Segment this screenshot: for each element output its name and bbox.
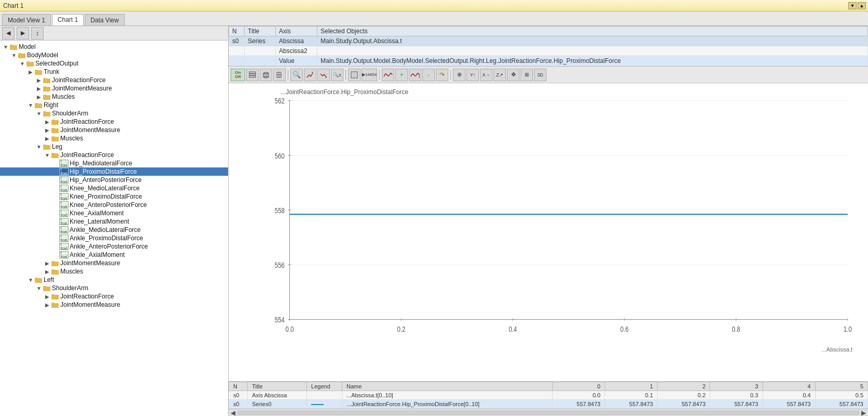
tree-node-bodymodel[interactable]: ▼ BodyModel	[0, 51, 228, 59]
expand-model[interactable]: ▼	[2, 43, 9, 50]
wave-btn[interactable]	[382, 69, 394, 81]
tree-node-hip-proxdist[interactable]: ▶ ffloat Hip_ProximoDistalForce	[0, 167, 228, 176]
expand-right[interactable]: ▼	[27, 101, 34, 109]
add-series-btn[interactable]: +	[395, 69, 408, 81]
tree-node-knee-antpost[interactable]: ▶ ffloat Knee_AnteroPosteriorForce	[0, 201, 228, 209]
tree-node-leg-jrf[interactable]: ▼ JointReactionForce	[0, 151, 228, 159]
zoom-out-btn[interactable]	[317, 69, 330, 81]
expand-leg-jmm[interactable]: ▶	[44, 259, 51, 267]
tree-node-left-sa-jrf[interactable]: ▶ JointReactionForce	[0, 292, 228, 301]
expand-left-shoulderarm[interactable]: ▼	[35, 284, 43, 292]
expand-trunk-jrf[interactable]: ▶	[35, 76, 43, 84]
bottom-row-1[interactable]: s0 Series0 ...JointReactionForce.Hip_Pro…	[229, 400, 868, 409]
chart-cylinder-btn[interactable]	[260, 69, 272, 81]
bottom-scroll[interactable]: ◀ ▶	[229, 409, 868, 416]
tree-node-trunk-muscles[interactable]: ▶ Muscles	[0, 93, 228, 101]
on-off-button[interactable]: On Off	[231, 69, 245, 81]
back-button[interactable]: ◀	[2, 27, 15, 40]
zoom-btn[interactable]: 🔍	[290, 69, 303, 81]
zoom-fit-btn[interactable]: 🔍±	[331, 69, 343, 81]
tree-node-ankle-medlat[interactable]: ▶ ffloat Ankle_MedioLateralForce	[0, 226, 228, 234]
axis-x-btn[interactable]: X→	[480, 69, 492, 81]
tree-node-hip-medlat[interactable]: ▶ ffloat Hip_MediolateralForce	[0, 159, 228, 167]
tree-node-hip-antpost[interactable]: ▶ ffloat Hip_AnteroPosteriorForce	[0, 176, 228, 184]
expand-shoulder-jmm[interactable]: ▶	[44, 126, 51, 134]
tree-node-trunk[interactable]: ▶ Trunk	[0, 68, 228, 76]
expand-bodymodel[interactable]: ▼	[10, 51, 18, 59]
right-arrow-btn[interactable]: ↷	[436, 69, 448, 81]
zoom-in-btn[interactable]	[304, 69, 316, 81]
expand-shoulder-muscles[interactable]: ▶	[44, 135, 51, 142]
tree-node-knee-axial[interactable]: ▶ ffloat Knee_AxialMoment	[0, 209, 228, 217]
expand-trunk[interactable]: ▶	[27, 68, 34, 75]
series-row-2[interactable]: Value Main.Study.Output.Model.BodyModel.…	[229, 56, 868, 66]
shoulder-jrf-label: JointReactionForce	[60, 118, 114, 125]
svg-rect-31	[51, 269, 55, 271]
expand-left[interactable]: ▼	[27, 276, 34, 283]
scroll-arrow-right[interactable]: ▶	[861, 409, 866, 417]
expand-leg-muscles[interactable]: ▶	[44, 268, 51, 275]
count-btn[interactable]: ▶148 54	[362, 69, 377, 81]
zoom-btn2[interactable]: ⊞	[520, 69, 533, 81]
tree-node-knee-lateral[interactable]: ▶ ffloat Knee_LateralMoment	[0, 217, 228, 226]
grid-lines-btn[interactable]	[348, 69, 360, 81]
3d-btn[interactable]: 3D	[534, 69, 546, 81]
tree-node-ankle-proxdist[interactable]: ▶ ffloat Ankle_ProximoDistalForce	[0, 234, 228, 242]
tree-node-ankle-axial[interactable]: ▶ ffloat Ankle_AxialMoment	[0, 251, 228, 259]
tree-node-leg[interactable]: ▼ Leg	[0, 142, 228, 151]
tree-node-leg-jmm[interactable]: ▶ JointMomentMeasure	[0, 259, 228, 267]
series-row-0[interactable]: s0 Series Abscissa Main.Study.Output.Abs…	[229, 36, 868, 46]
tab-data-view[interactable]: Data View	[85, 14, 124, 25]
tree-node-knee-medlat[interactable]: ▶ ffloat Knee_MedioLateralForce	[0, 184, 228, 192]
tree-node-shoulder-muscles[interactable]: ▶ Muscles	[0, 134, 228, 142]
tree-node-model[interactable]: ▼ Model	[0, 43, 228, 51]
chart-table-btn[interactable]	[246, 69, 259, 81]
forward-button[interactable]: ▶	[17, 27, 29, 40]
expand-shoulder-jrf[interactable]: ▶	[44, 118, 51, 125]
trunk-jrf-label: JointReactionForce	[52, 76, 105, 84]
svg-rect-21	[51, 128, 55, 129]
tab-model-view[interactable]: Model View 1	[2, 14, 51, 25]
tree-node-shoulderarm[interactable]: ▼ ShoulderArm	[0, 109, 228, 118]
bottom-row-0[interactable]: s0 Axis Abscissa ...Abscissa.t[0..10] 0.…	[229, 391, 868, 400]
tree-node-shoulder-jrf[interactable]: ▶ JointReactionForce	[0, 118, 228, 126]
expand-shoulderarm[interactable]: ▼	[35, 110, 43, 117]
move-btn[interactable]: ✥	[507, 69, 519, 81]
tree-node-left[interactable]: ▼ Left	[0, 276, 228, 284]
expand-left-sa-jmm[interactable]: ▶	[44, 301, 51, 308]
axis-y-btn[interactable]: Y↑	[466, 69, 479, 81]
tab-chart[interactable]: Chart 1	[52, 14, 84, 25]
expand-selectedoutput[interactable]: ▼	[19, 60, 26, 67]
tree-node-trunk-jmm[interactable]: ▶ JointMomentMeasure	[0, 84, 228, 93]
expand-trunk-muscles[interactable]: ▶	[35, 93, 43, 100]
folder-icon-model	[9, 43, 18, 50]
expand-leg-jrf[interactable]: ▼	[44, 151, 51, 159]
tree-node-trunk-jrf[interactable]: ▶ JointReactionForce	[0, 76, 228, 84]
tree-node-left-sa-jmm[interactable]: ▶ JointMomentMeasure	[0, 301, 228, 309]
minimize-button[interactable]: ▼	[848, 2, 857, 9]
scroll-track[interactable]	[237, 411, 859, 415]
tree-node-right[interactable]: ▼ Right	[0, 101, 228, 109]
sort-button[interactable]: ↕	[31, 27, 44, 40]
chart-grid-btn[interactable]	[273, 69, 286, 81]
tree-node-knee-proxdist[interactable]: ▶ ffloat Knee_ProximoDistalForce	[0, 192, 228, 201]
cursor-btn[interactable]: ⊕	[453, 69, 465, 81]
expand-button[interactable]: ▲	[858, 2, 866, 9]
wave3-btn[interactable]: -	[422, 69, 435, 81]
tree-node-left-shoulderarm[interactable]: ▼ ShoulderArm	[0, 284, 228, 292]
scroll-arrow-left[interactable]: ◀	[231, 409, 235, 417]
expand-leg[interactable]: ▼	[35, 143, 43, 150]
tree-node-ankle-antpost[interactable]: ▶ ffloat Ankle_AnteroPosteriorForce	[0, 242, 228, 251]
tree-container[interactable]: ▼ Model ▼ BodyModel ▼ Selecte	[0, 41, 228, 416]
wave2-btn[interactable]	[409, 69, 421, 81]
tree-node-selectedoutput[interactable]: ▼ SelectedOutput	[0, 59, 228, 68]
expand-trunk-jmm[interactable]: ▶	[35, 85, 43, 92]
svg-rect-35	[43, 286, 46, 288]
tree-node-leg-muscles[interactable]: ▶ Muscles	[0, 267, 228, 276]
folder-icon-left-sa-jmm	[51, 301, 59, 308]
expand-left-sa-jrf[interactable]: ▶	[44, 293, 51, 300]
br0-n: s0	[229, 391, 248, 400]
series-row-1[interactable]: Abscissa2	[229, 46, 868, 56]
tree-node-shoulder-jmm[interactable]: ▶ JointMomentMeasure	[0, 126, 228, 134]
axis-z-btn[interactable]: Z↗	[493, 69, 506, 81]
